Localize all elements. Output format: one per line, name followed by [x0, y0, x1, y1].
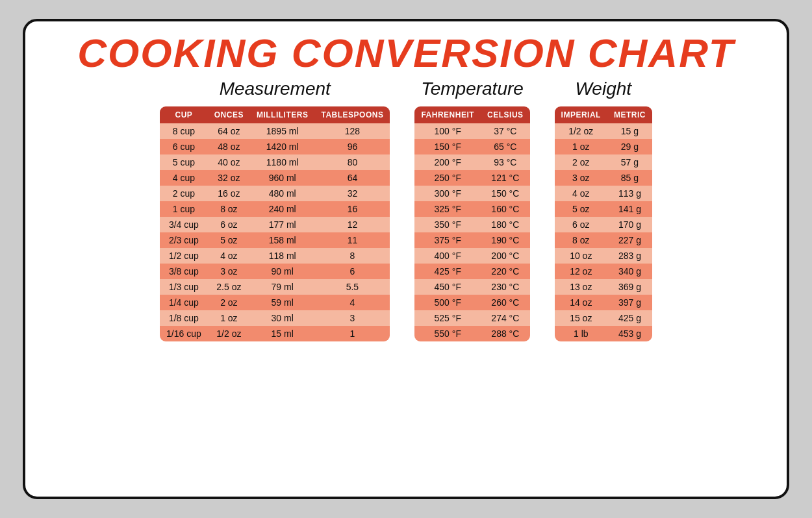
table-header: MILLILITERS [250, 106, 315, 124]
table-row: 325 °F160 °C [414, 201, 531, 217]
table-cell: 57 g [607, 154, 653, 170]
table-cell: 12 oz [553, 264, 607, 279]
table-cell: 8 [314, 248, 390, 264]
table-cell: 5.5 [314, 279, 390, 295]
table-row: 6 oz170 g [553, 217, 653, 232]
table-cell: 227 g [607, 232, 653, 248]
table-cell: 2 oz [553, 154, 607, 170]
table-row: 100 °F37 °C [414, 123, 531, 139]
table-row: 3 oz85 g [553, 170, 653, 186]
table-cell: 16 oz [208, 186, 250, 201]
table-cell: 180 °C [481, 217, 531, 232]
table-cell: 14 oz [553, 295, 607, 310]
table-row: 6 cup48 oz1420 ml96 [159, 139, 391, 154]
table-cell: 141 g [607, 201, 653, 217]
table-cell: 550 °F [414, 326, 481, 343]
table-cell: 3 [314, 310, 390, 326]
table-row: 3/4 cup6 oz177 ml12 [159, 217, 391, 232]
table-cell: 375 °F [414, 232, 481, 248]
table-cell: 3 oz [208, 264, 250, 279]
weight-title: Weight [575, 79, 631, 99]
table-cell: 2 oz [208, 295, 250, 310]
table-cell: 6 oz [208, 217, 250, 232]
table-cell: 8 oz [208, 201, 250, 217]
weight-table: IMPERIALMETRIC 1/2 oz15 g1 oz29 g2 oz57 … [553, 105, 654, 343]
table-cell: 6 oz [553, 217, 607, 232]
table-cell: 450 °F [414, 279, 481, 295]
table-cell: 5 oz [208, 232, 250, 248]
table-cell: 6 [314, 264, 390, 279]
table-row: 1/3 cup2.5 oz79 ml5.5 [159, 279, 391, 295]
table-cell: 1/2 oz [553, 123, 607, 139]
table-row: 2 oz57 g [553, 154, 653, 170]
table-cell: 1 oz [208, 310, 250, 326]
table-row: 250 °F121 °C [414, 170, 531, 186]
table-cell: 5 oz [553, 201, 607, 217]
table-cell: 1 lb [553, 326, 607, 343]
table-cell: 15 ml [250, 326, 315, 343]
table-cell: 96 [314, 139, 390, 154]
table-cell: 1/8 cup [159, 310, 208, 326]
table-cell: 160 °C [481, 201, 531, 217]
table-cell: 1180 ml [250, 154, 315, 170]
table-cell: 200 °C [481, 248, 531, 264]
table-cell: 2 cup [159, 186, 208, 201]
table-header: FAHRENHEIT [414, 106, 481, 124]
table-cell: 425 g [607, 310, 653, 326]
table-cell: 8 oz [553, 232, 607, 248]
table-cell: 300 °F [414, 186, 481, 201]
table-cell: 1/4 cup [159, 295, 208, 310]
table-cell: 158 ml [250, 232, 315, 248]
table-header: ONCES [208, 106, 250, 124]
table-cell: 190 °C [481, 232, 531, 248]
table-row: 1/16 cup1/2 oz15 ml1 [159, 326, 391, 343]
table-cell: 1/2 oz [208, 326, 250, 343]
table-cell: 10 oz [553, 248, 607, 264]
table-row: 2 cup16 oz480 ml32 [159, 186, 391, 201]
table-header: CELSIUS [481, 106, 531, 124]
table-row: 8 oz227 g [553, 232, 653, 248]
table-cell: 369 g [607, 279, 653, 295]
table-cell: 340 g [607, 264, 653, 279]
table-cell: 425 °F [414, 264, 481, 279]
table-cell: 400 °F [414, 248, 481, 264]
table-cell: 2/3 cup [159, 232, 208, 248]
table-row: 1/2 oz15 g [553, 123, 653, 139]
table-row: 12 oz340 g [553, 264, 653, 279]
table-cell: 1 oz [553, 139, 607, 154]
table-cell: 1/3 cup [159, 279, 208, 295]
table-cell: 85 g [607, 170, 653, 186]
table-cell: 113 g [607, 186, 653, 201]
table-row: 1/2 cup4 oz118 ml8 [159, 248, 391, 264]
table-cell: 260 °C [481, 295, 531, 310]
measurement-table: CUPONCESMILLILITERSTABLESPOONS 8 cup64 o… [158, 105, 392, 343]
table-row: 300 °F150 °C [414, 186, 531, 201]
table-row: 525 °F274 °C [414, 310, 531, 326]
table-row: 5 cup40 oz1180 ml80 [159, 154, 391, 170]
table-row: 550 °F288 °C [414, 326, 531, 343]
table-cell: 90 ml [250, 264, 315, 279]
measurement-section: Measurement CUPONCESMILLILITERSTABLESPOO… [158, 79, 392, 343]
table-cell: 13 oz [553, 279, 607, 295]
table-cell: 350 °F [414, 217, 481, 232]
table-row: 15 oz425 g [553, 310, 653, 326]
table-header: IMPERIAL [553, 106, 607, 124]
table-cell: 40 oz [208, 154, 250, 170]
table-cell: 8 cup [159, 123, 208, 139]
table-row: 375 °F190 °C [414, 232, 531, 248]
table-cell: 1 cup [159, 201, 208, 217]
table-cell: 1420 ml [250, 139, 315, 154]
table-cell: 15 oz [553, 310, 607, 326]
table-cell: 150 °C [481, 186, 531, 201]
table-header: METRIC [607, 106, 653, 124]
table-row: 5 oz141 g [553, 201, 653, 217]
table-row: 450 °F230 °C [414, 279, 531, 295]
table-header: TABLESPOONS [314, 106, 390, 124]
table-cell: 2.5 oz [208, 279, 250, 295]
table-cell: 1/2 cup [159, 248, 208, 264]
table-cell: 80 [314, 154, 390, 170]
table-cell: 220 °C [481, 264, 531, 279]
table-cell: 150 °F [414, 139, 481, 154]
table-cell: 4 [314, 295, 390, 310]
sections-row: Measurement CUPONCESMILLILITERSTABLESPOO… [44, 79, 768, 485]
